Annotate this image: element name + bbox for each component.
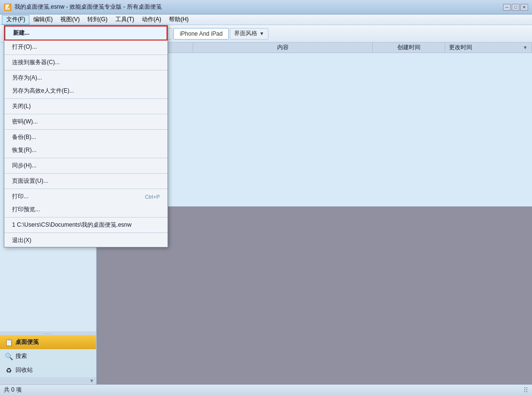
menu-view[interactable]: 视图(V)	[56, 15, 84, 25]
menu-item-label: 页面设置(U)...	[12, 177, 48, 185]
menu-item-saveas2[interactable]: 另存为高效e人文件(E)...	[4, 84, 168, 97]
menu-item-label: 打印...	[12, 192, 28, 201]
close-button[interactable]: ✕	[520, 4, 528, 11]
menu-item-label: 恢复(R)...	[12, 146, 37, 154]
menu-item-close[interactable]: 关闭(L)	[4, 100, 168, 113]
style-dropdown[interactable]: 界面风格 ▼	[230, 28, 268, 40]
menu-separator	[4, 98, 168, 99]
menu-item-shortcut: Ctrl+P	[145, 194, 160, 200]
menu-item-label: 另存为(A)...	[12, 74, 42, 82]
file-dropdown-menu: 新建...打开(O)...连接到服务器(C)...另存为(A)...另存为高效e…	[4, 25, 168, 247]
menu-item-sync[interactable]: 同步(H)...	[4, 159, 168, 172]
menu-tools[interactable]: 工具(T)	[112, 15, 138, 25]
menu-item-recent[interactable]: 1 C:\Users\CS\Documents\我的桌面便笺.esnw	[4, 218, 168, 232]
menu-item-label: 关闭(L)	[12, 102, 31, 110]
trash-icon: ♻	[5, 367, 13, 374]
menu-item-open[interactable]: 打开(O)...	[4, 41, 168, 54]
menu-item-restore[interactable]: 恢复(R)...	[4, 144, 168, 157]
resize-grip[interactable]: ⠿	[523, 386, 528, 394]
menu-separator	[4, 129, 168, 130]
menu-item-label: 备份(B)...	[12, 133, 36, 141]
menu-bar: 文件(F) 编辑(E) 视图(V) 转到(G) 工具(T) 动作(A) 帮助(H…	[0, 14, 532, 25]
menu-item-label: 1 C:\Users\CS\Documents\我的桌面便笺.esnw	[12, 221, 131, 229]
menu-separator	[4, 232, 168, 233]
sidebar-item-search[interactable]: 🔍 搜索	[0, 349, 96, 363]
sidebar-item-trash[interactable]: ♻ 回收站	[0, 363, 96, 377]
menu-item-label: 打开(O)...	[12, 43, 37, 51]
minimize-button[interactable]: ─	[503, 4, 511, 11]
chevron-down-icon: ▼	[259, 31, 264, 36]
menu-separator	[4, 114, 168, 114]
menu-separator	[4, 70, 168, 70]
menu-edit[interactable]: 编辑(E)	[29, 15, 56, 25]
sidebar-item-notes[interactable]: 📋 桌面便笺	[0, 335, 96, 349]
menu-item-label: 同步(H)...	[12, 162, 37, 170]
col-modified-header[interactable]: 更改时间 ▼	[445, 42, 532, 53]
menu-separator	[4, 173, 168, 174]
col-content-header[interactable]: 内容	[193, 42, 373, 53]
menu-separator	[4, 54, 168, 55]
menu-item-new[interactable]: 新建...	[4, 26, 168, 41]
menu-item-label: 密码(W)...	[12, 118, 38, 126]
menu-item-label: 另存为高效e人文件(E)...	[12, 87, 74, 95]
notes-icon: 📋	[5, 339, 13, 346]
status-bar: 共 0 项 ⠿	[0, 384, 532, 395]
sidebar-resize-handle[interactable]	[0, 331, 96, 335]
sidebar-bottom: 📋 桌面便笺 🔍 搜索 ♻ 回收站 ▼	[0, 335, 96, 384]
sidebar-dropdown[interactable]: ▼	[0, 377, 96, 384]
window-title: 我的桌面便笺.esnw - 效能桌面便笺专业版 - 所有桌面便笺	[14, 3, 503, 11]
sidebar-chevron-icon: ▼	[89, 378, 94, 383]
menu-item-saveas[interactable]: 另存为(A)...	[4, 71, 168, 84]
status-text: 共 0 项	[4, 386, 22, 394]
search-sidebar-icon: 🔍	[5, 353, 13, 360]
menu-separator	[4, 189, 168, 189]
title-bar: 📝 我的桌面便笺.esnw - 效能桌面便笺专业版 - 所有桌面便笺 ─ □ ✕	[0, 0, 532, 14]
menu-item-label: 连接到服务器(C)...	[12, 58, 60, 67]
menu-separator	[4, 158, 168, 158]
menu-action[interactable]: 动作(A)	[138, 15, 165, 25]
menu-item-printpreview[interactable]: 打印预览...	[4, 203, 168, 216]
menu-item-exit[interactable]: 退出(X)	[4, 234, 168, 247]
window-controls: ─ □ ✕	[503, 4, 528, 11]
menu-item-label: 退出(X)	[12, 236, 31, 245]
menu-item-connect[interactable]: 连接到服务器(C)...	[4, 56, 168, 69]
menu-help[interactable]: 帮助(H)	[165, 15, 193, 25]
menu-separator	[4, 217, 168, 218]
menu-item-label: 新建...	[13, 29, 29, 37]
menu-item-backup[interactable]: 备份(B)...	[4, 131, 168, 144]
menu-file[interactable]: 文件(F)	[2, 15, 29, 25]
maximize-button[interactable]: □	[512, 4, 519, 11]
menu-item-label: 打印预览...	[12, 205, 40, 214]
col-created-header[interactable]: 创建时间	[373, 42, 445, 53]
menu-item-password[interactable]: 密码(W)...	[4, 115, 168, 128]
iphone-tab[interactable]: iPhone And iPad	[173, 28, 229, 40]
sort-icon: ▼	[523, 45, 528, 50]
menu-item-pagesetup[interactable]: 页面设置(U)...	[4, 175, 168, 188]
menu-goto[interactable]: 转到(G)	[84, 15, 111, 25]
menu-item-print[interactable]: 打印...Ctrl+P	[4, 190, 168, 203]
app-icon: 📝	[4, 3, 12, 11]
